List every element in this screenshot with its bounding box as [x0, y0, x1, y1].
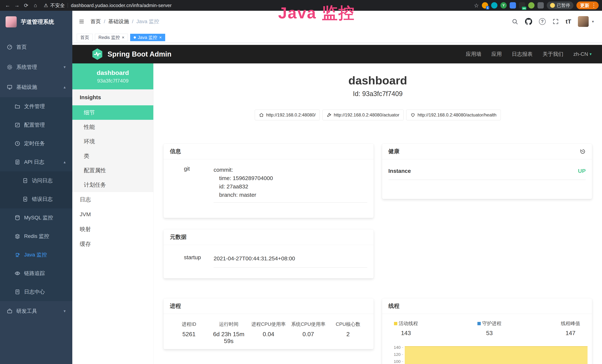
sba-brand[interactable]: Spring Boot Admin [92, 48, 172, 60]
paused-badge[interactable]: 已暂停 [547, 1, 573, 9]
sidebar-item-config-management[interactable]: 配置管理 [0, 116, 72, 134]
help-icon[interactable]: ? [539, 18, 546, 25]
font-size-icon[interactable]: tT [566, 18, 571, 25]
sba-menu-mappings[interactable]: 映射 [72, 222, 153, 237]
forward-icon[interactable]: → [13, 1, 21, 10]
app-brand[interactable]: 芋道管理系统 [0, 11, 72, 33]
status-badge: UP [578, 168, 586, 174]
sba-nav-applications[interactable]: 应用 [492, 51, 502, 58]
layers-icon [14, 233, 20, 239]
sidebar-item-access-logs[interactable]: 访问日志 [0, 171, 72, 190]
sba-menu-performance[interactable]: 性能 [72, 120, 153, 134]
sba-menu-caches[interactable]: 缓存 [72, 237, 153, 251]
health-instance-row: Instance UP [388, 168, 586, 180]
extension-icon-7[interactable] [538, 2, 544, 9]
document-x-icon [22, 196, 28, 202]
health-url-link[interactable]: http://192.168.0.2:48080/actuator/health [406, 110, 501, 120]
info-card-header: 信息 [163, 144, 374, 159]
url-text: dashboard.yudao.iocoder.cn/infra/admin-s… [71, 3, 172, 8]
update-button[interactable]: 更新 ⋮ [576, 1, 599, 9]
sidebar-item-error-logs[interactable]: 错误日志 [0, 190, 72, 208]
paused-label: 已暂停 [557, 2, 570, 8]
bookmark-star-icon[interactable]: ☆ [474, 2, 479, 9]
sidebar-item-trace[interactable]: 链路追踪 [0, 264, 72, 283]
clock-icon [14, 140, 20, 147]
sba-menu-config-props[interactable]: 配置属性 [72, 163, 153, 178]
sba-nav-journal[interactable]: 日志报表 [512, 51, 533, 58]
sba-instance-header[interactable]: dashboard 93a3fc7f7409 [72, 64, 153, 89]
breadcrumb-current: Java 监控 [137, 18, 159, 25]
tab-redis-monitor[interactable]: Redis 监控 × [95, 34, 128, 41]
close-icon[interactable]: × [122, 35, 124, 40]
sba-nav-wallboard[interactable]: 应用墙 [466, 51, 482, 58]
sba-menu-scheduled-tasks[interactable]: 计划任务 [72, 178, 153, 192]
metadata-key: startup [184, 254, 214, 268]
sba-nav-about[interactable]: 关于我们 [543, 51, 563, 58]
sidebar-menu: 首页 系统管理 ▾ 基础设施 ▴ 文件管理 配置管理 定时 [0, 33, 72, 321]
sidebar-item-system-management[interactable]: 系统管理 ▾ [0, 57, 72, 77]
sidebar-item-redis-monitor[interactable]: Redis 监控 [0, 227, 72, 246]
annotation-java-monitor: Java 监控 [278, 2, 355, 24]
sba-insights-section-label: Insights [72, 89, 153, 105]
user-avatar[interactable] [578, 16, 589, 27]
home-icon[interactable]: ⌂ [31, 1, 40, 10]
metadata-card-body: startup 2021-04-27T00:44:31.254+08:00 [163, 245, 374, 268]
sidebar-item-file-management[interactable]: 文件管理 [0, 97, 72, 116]
chevron-up-icon: ▴ [64, 160, 66, 164]
sba-menu-classes[interactable]: 类 [72, 149, 153, 163]
history-icon[interactable] [580, 149, 586, 154]
sba-menu-details[interactable]: 细节 [72, 105, 153, 120]
sidebar-item-api-logs[interactable]: API 日志 ▴ [0, 153, 72, 171]
extension-icon-1[interactable]: 1 [482, 2, 488, 9]
sidebar-item-dev-tools[interactable]: 研发工具 ▾ [0, 301, 72, 321]
search-icon[interactable] [512, 18, 518, 25]
tab-home[interactable]: 首页 [77, 34, 93, 41]
back-icon[interactable]: ← [3, 1, 12, 10]
browser-nav-group: ← → ⟳ ⌂ ⚠ 不安全 dashboard.yudao.iocoder.cn… [3, 1, 474, 10]
chevron-down-icon[interactable]: ▾ [592, 19, 594, 24]
fullscreen-icon[interactable] [552, 18, 559, 25]
extension-badge: 1 [486, 6, 489, 10]
github-icon[interactable] [525, 18, 532, 25]
stat-system-cpu: 系统CPU使用率 0.07 [289, 321, 328, 344]
sidebar-item-java-monitor[interactable]: Java 监控 [0, 246, 72, 264]
tab-java-monitor[interactable]: Java 监控 × [130, 34, 165, 41]
breadcrumb-home[interactable]: 首页 [90, 18, 101, 25]
info-card-body: git commit: time: 1596289704000 id: 27aa… [163, 159, 374, 203]
sba-menu-environment[interactable]: 环境 [72, 134, 153, 149]
sidebar-item-infrastructure[interactable]: 基础设施 ▴ [0, 77, 72, 97]
folder-icon [14, 104, 20, 109]
info-value: commit: time: 1596289704000 id: 27aa832 … [214, 166, 367, 203]
sidebar-item-log-center[interactable]: 日志中心 [0, 283, 72, 301]
sba-language-select[interactable]: zh-CN ▾ [573, 51, 592, 57]
threads-card: 线程 活动线程 143 [382, 298, 592, 364]
sidebar-item-home[interactable]: 首页 [0, 37, 72, 57]
extension-icon-4[interactable] [510, 2, 516, 9]
hamburger-icon[interactable] [79, 19, 85, 24]
actuator-url-link[interactable]: http://192.168.0.2:48080/actuator [322, 110, 404, 120]
address-bar[interactable]: ⚠ 不安全 dashboard.yudao.iocoder.cn/infra/a… [44, 2, 172, 9]
sba-menu-logs[interactable]: 日志 [72, 192, 153, 207]
breadcrumb-infrastructure[interactable]: 基础设施 [108, 18, 129, 25]
instance-url-link[interactable]: http://192.168.0.2:48080/ [255, 110, 320, 120]
extension-icon-5[interactable]: on [519, 2, 525, 9]
monitor-icon [7, 84, 13, 90]
app-frame: 芋道管理系统 首页 系统管理 ▾ 基础设施 ▴ 文件管理 [0, 11, 602, 364]
extension-icon-3[interactable]: Y [500, 2, 507, 9]
app-sidebar: 芋道管理系统 首页 系统管理 ▾ 基础设施 ▴ 文件管理 [0, 11, 72, 364]
sba-menu-jvm[interactable]: JVM [72, 207, 153, 222]
heart-icon [410, 113, 415, 117]
reload-icon[interactable]: ⟳ [22, 1, 30, 10]
kebab-menu-icon[interactable]: ⋮ [591, 2, 596, 9]
main-area: 首页 / 基础设施 / Java 监控 ? tT ▾ 首页 Redi [72, 11, 602, 364]
sidebar-item-mysql-monitor[interactable]: MySQL 监控 [0, 208, 72, 227]
chevron-down-icon: ▾ [64, 65, 66, 70]
legend-active-threads: 活动线程 143 [394, 320, 418, 337]
close-icon[interactable]: × [159, 35, 162, 40]
edit-icon [14, 122, 20, 128]
extension-icon-2[interactable] [491, 2, 497, 9]
threads-chart: 140 120 100 [390, 342, 588, 364]
legend-peak-threads: 线程峰值 147 [561, 320, 580, 337]
extension-icon-6[interactable] [528, 2, 535, 9]
sidebar-item-scheduled-tasks[interactable]: 定时任务 [0, 134, 72, 153]
